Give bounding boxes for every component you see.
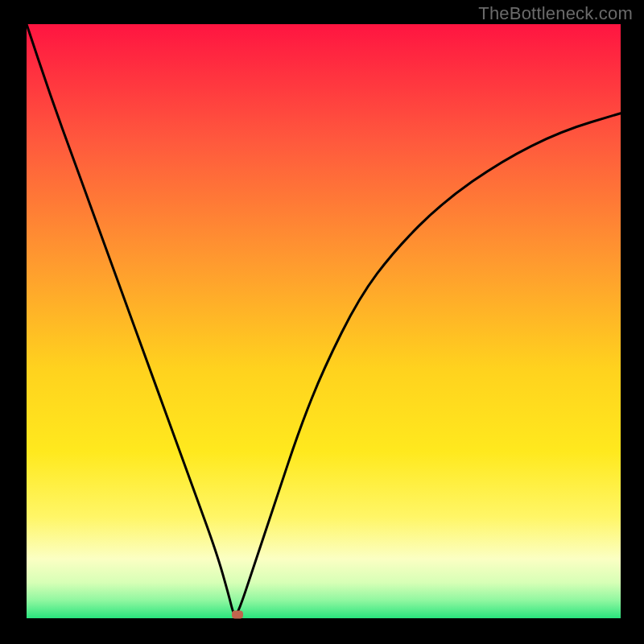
watermark-text: TheBottleneck.com [478, 3, 633, 24]
minimum-marker [232, 611, 243, 619]
chart-frame: TheBottleneck.com [0, 0, 644, 644]
chart-canvas [0, 0, 644, 644]
plot-background [27, 24, 621, 618]
